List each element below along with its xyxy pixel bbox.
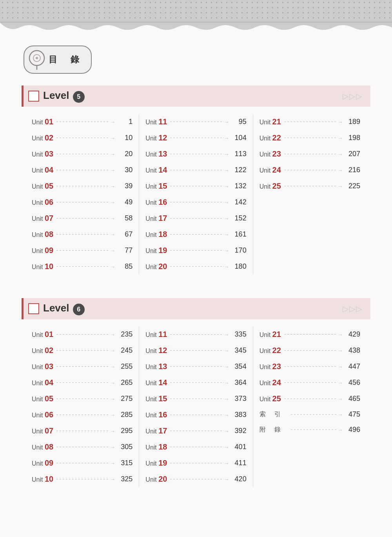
table-row: Unit 02→245 (32, 342, 132, 359)
level5-col3: Unit 21→189 Unit 22→198 Unit 23→207 Unit… (253, 114, 367, 275)
table-row: Unit 03→20 (32, 146, 132, 162)
table-row: Unit 20→180 (145, 258, 246, 275)
table-row: Unit 25→465 (260, 391, 360, 407)
table-row: Unit 03→255 (32, 359, 132, 375)
table-row: Unit 17→152 (145, 210, 246, 226)
table-row: Unit 19→411 (145, 455, 246, 471)
title-tag: 目 錄 (24, 46, 92, 74)
table-row: Unit 13→354 (145, 359, 246, 375)
level6-units-grid: Unit 01→235 Unit 02→245 Unit 03→255 Unit… (22, 326, 370, 487)
table-row: Unit 17→392 (145, 423, 246, 439)
level5-header-left: Level 5 (28, 89, 85, 103)
level6-header-left: Level 6 (28, 302, 85, 315)
table-row: Unit 25→225 (260, 178, 360, 194)
level6-section: Level 6 ▷▷▷ Unit 01→235 Unit 02→245 Unit… (22, 298, 370, 487)
index-label: 索 引 (260, 410, 288, 419)
table-row: Unit 01→235 (32, 326, 132, 342)
table-row: Unit 09→77 (32, 242, 132, 258)
level5-number: 5 (73, 91, 85, 103)
wavy-separator (0, 23, 392, 34)
table-row: Unit 20→420 (145, 471, 246, 487)
level6-col1: Unit 01→235 Unit 02→245 Unit 03→255 Unit… (25, 326, 139, 487)
table-row: 附 錄 → 496 (260, 422, 360, 437)
level5-arrows: ▷▷▷ (343, 91, 363, 101)
table-row: Unit 11→95 (145, 114, 246, 130)
table-row: Unit 11→335 (145, 326, 246, 342)
table-row: Unit 13→113 (145, 146, 246, 162)
table-row: Unit 04→30 (32, 162, 132, 178)
svg-point-2 (36, 57, 38, 59)
table-row: Unit 09→315 (32, 455, 132, 471)
level6-col2: Unit 11→335 Unit 12→345 Unit 13→354 Unit… (139, 326, 252, 487)
table-row: Unit 24→216 (260, 162, 360, 178)
table-row: Unit 12→345 (145, 342, 246, 359)
level5-title: Level 5 (43, 89, 85, 103)
level5-units-grid: Unit 01→1 Unit 02→10 Unit 03→20 Unit 04→… (22, 114, 370, 275)
table-row: Unit 08→305 (32, 439, 132, 455)
table-row: Unit 21→189 (260, 114, 360, 130)
level6-arrows: ▷▷▷ (343, 304, 363, 313)
page-content: 目 錄 Level 5 ▷▷▷ Unit 01→1 Unit 02→10 Uni… (0, 34, 392, 537)
table-row: Unit 07→295 (32, 423, 132, 439)
table-row: Unit 18→161 (145, 226, 246, 242)
level6-title: Level 6 (43, 302, 85, 315)
level5-checkbox[interactable] (28, 91, 39, 102)
table-row: Unit 16→383 (145, 407, 246, 423)
table-row: Unit 23→207 (260, 146, 360, 162)
level5-col2: Unit 11→95 Unit 12→104 Unit 13→113 Unit … (139, 114, 252, 275)
table-row: Unit 22→438 (260, 342, 360, 359)
table-row: Unit 14→122 (145, 162, 246, 178)
level6-col3: Unit 21→429 Unit 22→438 Unit 23→447 Unit… (253, 326, 367, 487)
table-row: Unit 12→104 (145, 130, 246, 146)
table-row: Unit 24→456 (260, 375, 360, 391)
table-row: Unit 22→198 (260, 130, 360, 146)
level6-number: 6 (73, 304, 85, 315)
table-row: Unit 06→49 (32, 194, 132, 210)
table-row: Unit 10→85 (32, 258, 132, 275)
pin-icon (28, 49, 45, 70)
table-row: Unit 01→1 (32, 114, 132, 130)
table-row: Unit 14→364 (145, 375, 246, 391)
table-row: 索 引 → 475 (260, 407, 360, 422)
table-row: Unit 05→39 (32, 178, 132, 194)
level6-header: Level 6 ▷▷▷ (22, 298, 370, 319)
level5-col1: Unit 01→1 Unit 02→10 Unit 03→20 Unit 04→… (25, 114, 139, 275)
appendix-label: 附 錄 (260, 426, 288, 434)
table-row: Unit 19→170 (145, 242, 246, 258)
table-row: Unit 15→132 (145, 178, 246, 194)
table-row: Unit 21→429 (260, 326, 360, 342)
table-row: Unit 23→447 (260, 359, 360, 375)
level6-checkbox[interactable] (28, 303, 39, 314)
top-decoration (0, 0, 392, 23)
header: 目 錄 (0, 34, 392, 82)
level5-header: Level 5 ▷▷▷ (22, 86, 370, 107)
level5-section: Level 5 ▷▷▷ Unit 01→1 Unit 02→10 Unit 03… (22, 86, 370, 275)
table-row: Unit 18→401 (145, 439, 246, 455)
table-row: Unit 04→265 (32, 375, 132, 391)
table-row: Unit 07→58 (32, 210, 132, 226)
table-row: Unit 15→373 (145, 391, 246, 407)
page-title: 目 錄 (49, 54, 82, 66)
table-row: Unit 10→325 (32, 471, 132, 487)
table-row: Unit 06→285 (32, 407, 132, 423)
table-row: Unit 02→10 (32, 130, 132, 146)
table-row: Unit 05→275 (32, 391, 132, 407)
spacer (0, 282, 392, 294)
table-row: Unit 16→142 (145, 194, 246, 210)
table-row: Unit 08→67 (32, 226, 132, 242)
